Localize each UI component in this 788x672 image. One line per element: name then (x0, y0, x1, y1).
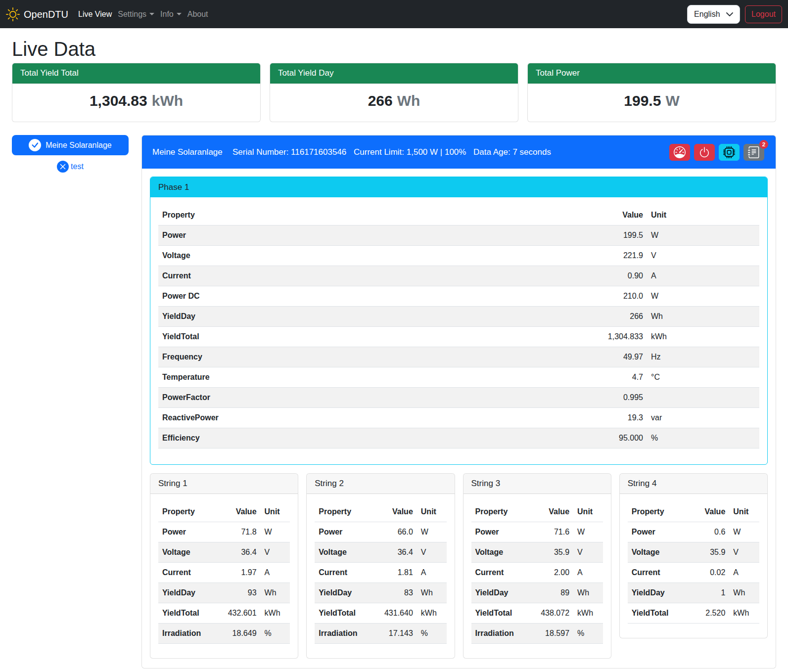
unit-cell: % (417, 624, 447, 644)
property-cell: ReactivePower (158, 408, 598, 428)
column-header-unit: Unit (573, 502, 603, 522)
table-row: Power66.0W (315, 522, 446, 542)
column-header-value: Value (537, 502, 573, 522)
property-cell: Current (158, 563, 224, 583)
table-row: YieldDay89Wh (471, 583, 603, 603)
value-cell: 18.597 (537, 624, 573, 644)
property-cell: YieldTotal (471, 603, 537, 624)
inverter-item-test[interactable]: test (12, 157, 129, 177)
main-row: Meine Solaranlage test Meine Solaranlage… (12, 135, 776, 669)
device-info-button[interactable] (719, 144, 740, 161)
column-header-unit: Unit (261, 502, 290, 522)
string-table: Property Value Unit Power71.6WVoltage35.… (471, 502, 603, 644)
string-card-header: String 2 (307, 474, 454, 494)
property-cell: YieldTotal (158, 327, 598, 347)
property-cell: YieldDay (158, 307, 598, 327)
value-cell: 266 (598, 307, 647, 327)
property-cell: Irradiation (471, 624, 537, 644)
card-body: 1,304.83 kWh (12, 84, 260, 122)
limit-settings-button[interactable] (669, 144, 690, 161)
chevron-down-icon (726, 10, 734, 18)
nav-links: Live View Settings Info About (75, 4, 211, 24)
nav-item-about[interactable]: About (185, 4, 211, 24)
cpu-icon (723, 146, 735, 158)
inverter-name: Meine Solaranlage (152, 146, 223, 159)
string-table: Property Value Unit Power66.0WVoltage36.… (315, 502, 446, 644)
logout-button[interactable]: Logout (745, 5, 782, 23)
inverter-sidebar: Meine Solaranlage test (12, 135, 129, 177)
value-cell: 49.97 (598, 347, 647, 367)
event-count-badge: 2 (759, 140, 768, 149)
column-header-property: Property (315, 502, 380, 522)
value-cell: 1.81 (380, 563, 417, 583)
navbar-right: English Logout (687, 5, 782, 24)
string-card-body: Property Value Unit Power0.6WVoltage35.9… (620, 494, 767, 638)
property-cell: PowerFactor (158, 388, 598, 408)
unit-cell: % (573, 624, 603, 644)
phase-card-body: Property Value Unit Power199.5WVoltage22… (150, 197, 767, 464)
value-cell: 1 (695, 583, 730, 603)
unit-cell: A (647, 266, 759, 286)
value-cell: 66.0 (380, 522, 417, 542)
inverter-data-age: Data Age: 7 seconds (473, 146, 551, 159)
table-row: Current0.02A (628, 563, 759, 583)
inverter-select-button[interactable]: Meine Solaranlage (12, 135, 129, 155)
value-cell: 199.5 (598, 225, 647, 246)
string-table: Property Value Unit Power71.8WVoltage36.… (158, 502, 290, 644)
value-cell: 0.02 (695, 563, 730, 583)
nav-item-live-view[interactable]: Live View (75, 4, 115, 24)
property-cell: Temperature (158, 367, 598, 388)
property-cell: Voltage (315, 542, 380, 563)
sun-icon (6, 7, 20, 21)
property-cell: YieldDay (315, 583, 380, 603)
card-unit: W (665, 90, 679, 112)
event-log-button[interactable]: 2 (743, 144, 764, 161)
column-header-value: Value (598, 205, 647, 225)
card-unit: Wh (397, 90, 420, 112)
inverter-card: Meine Solaranlage Serial Number: 1161716… (141, 135, 776, 669)
unit-cell: W (417, 522, 447, 542)
nav-item-settings[interactable]: Settings (115, 4, 157, 24)
table-row: Current1.97A (158, 563, 290, 583)
column-header-value: Value (224, 502, 261, 522)
unit-cell: kWh (729, 603, 759, 624)
table-row: Power71.6W (471, 522, 603, 542)
table-row: Current2.00A (471, 563, 603, 583)
property-cell: Voltage (158, 246, 598, 266)
property-cell: Frequency (158, 347, 598, 367)
column-header-value: Value (695, 502, 730, 522)
value-cell: 35.9 (537, 542, 573, 563)
column-header-property: Property (158, 205, 598, 225)
card-total-yield-total: Total Yield Total 1,304.83 kWh (12, 63, 261, 122)
table-row: YieldDay83Wh (315, 583, 446, 603)
test-label: test (71, 161, 84, 173)
journal-text-icon (748, 146, 760, 158)
column-header-property: Property (628, 502, 695, 522)
value-cell: 438.072 (537, 603, 573, 624)
inverter-serial: Serial Number: 116171603546 (232, 146, 346, 159)
unit-cell: V (573, 542, 603, 563)
brand-link[interactable]: OpenDTU (6, 7, 68, 22)
column-header-property: Property (158, 502, 224, 522)
value-cell: 0.6 (695, 522, 730, 542)
property-cell: Power (471, 522, 537, 542)
x-circle-icon (57, 161, 69, 173)
table-row: Power DC210.0W (158, 286, 759, 307)
value-cell: 1.97 (224, 563, 261, 583)
inverter-select-label: Meine Solaranlage (46, 141, 111, 150)
unit-cell: A (417, 563, 447, 583)
inverter-buttons: 2 (669, 144, 764, 161)
value-cell: 19.3 (598, 408, 647, 428)
power-settings-button[interactable] (694, 144, 715, 161)
string-table: Property Value Unit Power0.6WVoltage35.9… (628, 502, 759, 624)
nav-item-info[interactable]: Info (157, 4, 185, 24)
value-cell: 0.90 (598, 266, 647, 286)
value-cell: 71.6 (537, 522, 573, 542)
unit-cell: V (647, 246, 759, 266)
inverter-card-header: Meine Solaranlage Serial Number: 1161716… (142, 135, 776, 169)
language-select[interactable]: English (687, 5, 740, 24)
property-cell: YieldDay (158, 583, 224, 603)
phase-card: Phase 1 Property Value Unit P (150, 177, 768, 465)
unit-cell: W (647, 286, 759, 307)
table-row: YieldTotal2.520kWh (628, 603, 759, 624)
